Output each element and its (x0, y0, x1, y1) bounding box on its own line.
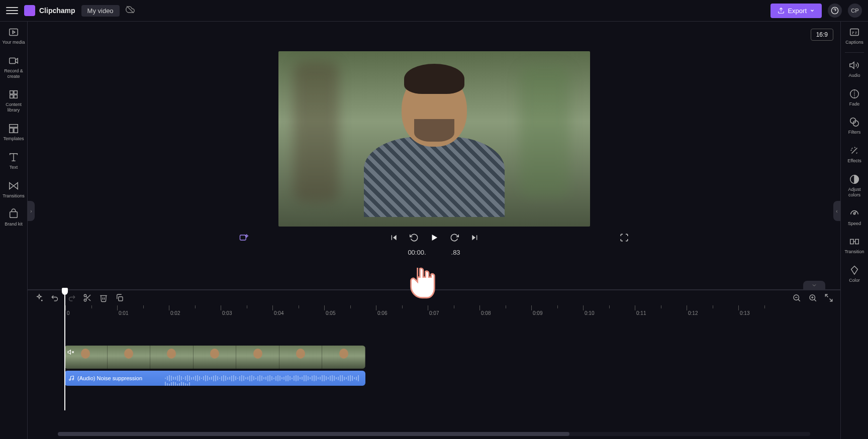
timeline-collapse-button[interactable] (803, 281, 825, 290)
ai-enhance-button[interactable] (239, 233, 249, 243)
preview-area: 16:9 (28, 22, 840, 289)
sidebar-item-adjust-colors[interactable]: Adjust colors (841, 169, 868, 203)
duplicate-button[interactable] (115, 293, 124, 302)
redo-button[interactable] (67, 293, 76, 302)
undo-icon (51, 293, 60, 302)
play-icon (430, 233, 439, 242)
audio-clip[interactable]: (Audio) Noise suppression (64, 371, 365, 386)
zoom-out-icon (792, 293, 801, 302)
zoom-out-button[interactable] (792, 293, 801, 302)
fit-timeline-button[interactable] (824, 293, 833, 302)
user-avatar[interactable]: CP (848, 4, 862, 18)
zoom-in-icon (808, 293, 817, 302)
copy-icon (115, 293, 124, 302)
video-clip[interactable] (64, 346, 365, 369)
play-button[interactable] (429, 233, 439, 243)
forward-5-button[interactable] (449, 233, 459, 243)
svg-marker-21 (393, 235, 397, 240)
chevron-down-icon (811, 282, 817, 288)
sidebar-item-transitions[interactable]: Transitions (0, 175, 27, 204)
svg-rect-54 (850, 240, 853, 244)
timeline-toolbar (28, 290, 840, 305)
upload-icon (778, 7, 785, 14)
transitions-icon (8, 180, 19, 191)
split-button[interactable] (83, 293, 92, 302)
svg-point-26 (42, 300, 43, 301)
aspect-ratio-button[interactable]: 16:9 (811, 29, 833, 41)
timecode-display: 00:00. .83 (408, 249, 460, 260)
sidebar-item-fade[interactable]: Fade (841, 83, 868, 112)
scissors-icon (83, 293, 92, 302)
timeline-playhead[interactable] (64, 290, 65, 410)
media-icon (8, 27, 19, 38)
svg-line-30 (88, 299, 90, 301)
adjust-colors-icon (849, 174, 860, 185)
record-icon (8, 55, 19, 66)
templates-icon (8, 123, 19, 134)
rewind-5-button[interactable] (409, 233, 419, 243)
trash-icon (99, 293, 108, 302)
filters-icon (849, 117, 860, 128)
brand-logo[interactable]: Clipchamp (24, 5, 75, 16)
hamburger-menu[interactable] (6, 5, 18, 17)
timeline-ruler[interactable]: 00:010:020:030:040:050:060:070:080:090:1… (28, 305, 840, 318)
svg-rect-8 (10, 91, 13, 94)
sidebar-item-your-media[interactable]: Your media (0, 22, 27, 50)
sidebar-item-brand-kit[interactable]: Brand kit (0, 203, 27, 232)
svg-rect-13 (10, 128, 13, 133)
export-button[interactable]: Export (770, 4, 822, 18)
sidebar-item-content-library[interactable]: Content library (0, 84, 27, 118)
help-button[interactable] (828, 4, 842, 18)
help-icon (831, 7, 839, 15)
captions-icon (849, 27, 860, 38)
clip-mute-icon[interactable] (67, 349, 74, 358)
sidebar-item-effects[interactable]: Effects (841, 140, 868, 169)
video-preview-canvas[interactable] (278, 51, 590, 227)
svg-marker-5 (13, 31, 15, 34)
skip-back-icon (390, 234, 398, 242)
skip-back-button[interactable] (389, 233, 399, 243)
auto-edit-button[interactable] (35, 293, 44, 302)
svg-point-45 (69, 379, 71, 381)
svg-rect-4 (10, 29, 18, 36)
project-title[interactable]: My video (81, 5, 120, 17)
forward-icon (450, 233, 459, 242)
svg-rect-19 (10, 212, 18, 218)
svg-rect-11 (14, 95, 17, 98)
timeline: 00:010:020:030:040:050:060:070:080:090:1… (28, 289, 840, 439)
sidebar-item-captions[interactable]: Captions (841, 22, 868, 50)
right-panel-expand[interactable]: ‹ (833, 201, 840, 221)
left-sidebar: Your media Record & create Content libra… (0, 22, 28, 439)
sparkle-video-icon (239, 233, 249, 243)
skip-forward-button[interactable] (469, 233, 479, 243)
delete-button[interactable] (99, 293, 108, 302)
svg-point-27 (84, 294, 86, 297)
svg-line-0 (127, 6, 134, 13)
sidebar-item-transition[interactable]: Transition (841, 231, 868, 260)
sidebar-item-audio[interactable]: Audio (841, 55, 868, 83)
fullscreen-button[interactable] (619, 233, 629, 243)
svg-rect-14 (14, 128, 18, 133)
svg-point-28 (84, 299, 86, 301)
sidebar-item-color[interactable]: Color (841, 260, 868, 288)
svg-point-46 (72, 379, 74, 380)
cloud-sync-icon[interactable] (126, 5, 135, 16)
audio-icon (849, 60, 860, 71)
skip-forward-icon (470, 234, 478, 242)
speed-icon (849, 208, 860, 219)
sidebar-item-text[interactable]: Text (0, 147, 27, 175)
timeline-scrollbar[interactable] (58, 432, 810, 437)
timeline-tracks: (Audio) Noise suppression (28, 318, 840, 429)
undo-button[interactable] (51, 293, 60, 302)
sidebar-item-record-create[interactable]: Record & create (0, 50, 27, 84)
svg-line-41 (830, 299, 832, 301)
fade-icon (849, 88, 860, 99)
sidebar-item-templates[interactable]: Templates (0, 118, 27, 147)
zoom-in-button[interactable] (808, 293, 817, 302)
sidebar-item-filters[interactable]: Filters (841, 112, 868, 140)
sparkle-icon (35, 293, 44, 302)
svg-marker-48 (850, 62, 854, 68)
sidebar-item-speed[interactable]: Speed (841, 203, 868, 232)
clipchamp-logo-icon (24, 5, 35, 16)
svg-rect-6 (10, 58, 16, 63)
